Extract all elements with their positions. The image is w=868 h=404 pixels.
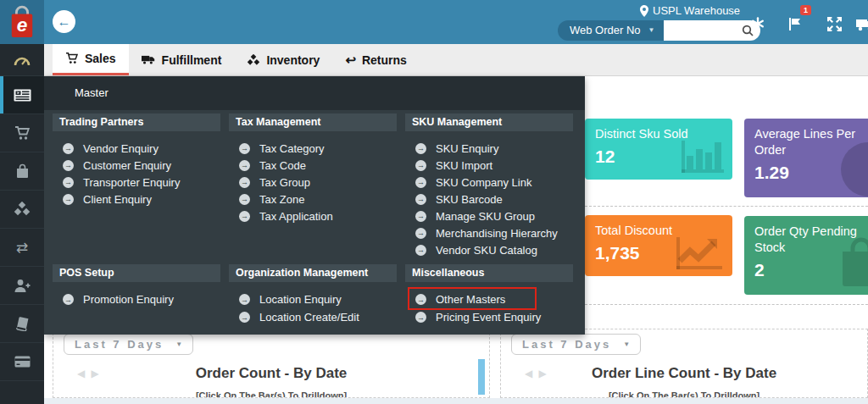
menu-item-pricing-event-enquiry[interactable]: →Pricing Event Enquiry <box>415 308 573 326</box>
section-header: Miscellaneous <box>405 264 573 282</box>
tab-inventory[interactable]: Inventory <box>234 44 332 75</box>
menu-item-tax-application[interactable]: →Tax Application <box>239 208 397 224</box>
menu-item-merchandising-hierarchy[interactable]: →Merchandising Hierarchy <box>415 224 573 241</box>
menu-item-sku-import[interactable]: →SKU Import <box>415 157 573 174</box>
sidebar-item-catalog-book[interactable] <box>0 305 44 343</box>
tab-fulfillment[interactable]: Fulfillment <box>129 44 235 75</box>
sidebar-item-inventory-cubes[interactable] <box>0 191 44 229</box>
arrow-circle-icon: → <box>415 228 426 239</box>
settings-asterisk-icon[interactable] <box>751 17 765 34</box>
kpi-value: 12 <box>595 147 722 167</box>
tab-returns[interactable]: ↩ Returns <box>332 44 419 75</box>
menu-section-organization-management: Organization Management →Location Enquir… <box>229 264 397 326</box>
search-category-dropdown[interactable]: Web Order No ▼ <box>558 20 664 41</box>
arrow-circle-icon: → <box>415 177 426 188</box>
section-header: Organization Management <box>229 264 397 282</box>
menu-item-location-create-edit[interactable]: →Location Create/Edit <box>239 308 397 326</box>
menu-title: Master <box>44 76 585 110</box>
caret-down-icon: ▼ <box>175 340 182 348</box>
tab-label: Fulfillment <box>162 53 222 67</box>
menu-item-label: SKU Company Link <box>436 176 531 189</box>
left-sidebar-nav: ⇄ <box>0 44 44 404</box>
tab-sales[interactable]: Sales <box>53 44 129 75</box>
menu-item-sku-company-link[interactable]: →SKU Company Link <box>415 174 573 191</box>
sidebar-item-sales-cart[interactable] <box>0 114 44 152</box>
menu-item-sku-enquiry[interactable]: →SKU Enquiry <box>415 140 573 157</box>
cubes-icon <box>14 202 31 217</box>
menu-item-label: Location Create/Edit <box>259 311 359 324</box>
section-header: POS Setup <box>53 264 220 282</box>
sidebar-item-transfers[interactable]: ⇄ <box>0 229 44 267</box>
menu-section-sku-management: SKU Management →SKU Enquiry →SKU Import … <box>405 113 573 258</box>
kpi-title: Order Qty Pending Stock <box>754 224 868 256</box>
date-range-label: Last 7 Days <box>75 338 164 351</box>
warehouse-location[interactable]: USPL Warehouse <box>640 4 740 17</box>
sidebar-item-orders-list[interactable] <box>0 76 44 114</box>
arrow-circle-icon: → <box>239 160 250 171</box>
fullscreen-expand-icon[interactable] <box>827 17 842 35</box>
chart-subtitle: [Click On The Bar(s) To Drilldown] <box>53 390 489 398</box>
menu-item-sku-barcode[interactable]: →SKU Barcode <box>415 191 573 208</box>
search-input[interactable] <box>670 22 740 39</box>
section-header: Tax Management <box>229 113 397 131</box>
arrow-circle-icon: → <box>239 211 250 222</box>
kpi-value: 1.29 <box>754 163 868 183</box>
search-box <box>664 20 760 41</box>
back-arrow-icon: ← <box>58 14 71 29</box>
user-plus-icon <box>14 279 31 293</box>
sidebar-item-dashboard[interactable] <box>0 44 44 76</box>
menu-item-vendor-enquiry[interactable]: →Vendor Enquiry <box>63 140 220 157</box>
menu-item-label: Manage SKU Group <box>436 210 535 223</box>
exchange-arrows-icon: ⇄ <box>16 241 28 255</box>
arrow-circle-icon: → <box>63 294 74 305</box>
arrow-circle-icon: → <box>415 245 426 256</box>
menu-item-label: Tax Group <box>259 176 310 189</box>
menu-item-promotion-enquiry[interactable]: →Promotion Enquiry <box>63 291 220 308</box>
menu-item-manage-sku-group[interactable]: →Manage SKU Group <box>415 208 573 224</box>
orders-list-icon <box>14 89 31 102</box>
menu-item-tax-code[interactable]: →Tax Code <box>239 157 397 174</box>
flag-notifications-icon[interactable] <box>788 17 802 35</box>
tab-label: Inventory <box>266 53 320 67</box>
sidebar-item-add-customer[interactable] <box>0 267 44 305</box>
arrow-circle-icon: → <box>63 143 74 154</box>
notification-badge: 1 <box>800 5 811 15</box>
kpi-card-distinct-sku-sold[interactable]: Distinct Sku Sold 12 <box>585 119 732 180</box>
menu-item-tax-category[interactable]: →Tax Category <box>239 140 397 157</box>
app-logo[interactable]: e <box>0 0 44 44</box>
menu-item-client-enquiry[interactable]: →Client Enquiry <box>63 191 220 208</box>
back-button[interactable]: ← <box>53 10 75 33</box>
date-range-dropdown[interactable]: Last 7 Days ▼ <box>511 334 641 355</box>
credit-card-icon <box>14 356 31 368</box>
menu-item-tax-zone[interactable]: →Tax Zone <box>239 191 397 208</box>
dashed-separator <box>585 304 868 305</box>
menu-item-other-masters[interactable]: →Other Masters <box>415 291 573 308</box>
kpi-card-average-lines-per-order[interactable]: Average Lines Per Order 1.29 <box>744 119 868 197</box>
menu-item-location-enquiry[interactable]: →Location Enquiry <box>239 291 397 308</box>
chart-scrollbar[interactable] <box>478 359 485 395</box>
menu-item-label: SKU Barcode <box>436 193 503 206</box>
warehouse-location-label: USPL Warehouse <box>653 4 740 17</box>
cart-icon <box>14 126 31 141</box>
menu-item-label: Tax Code <box>259 159 306 172</box>
truck-shipping-icon[interactable] <box>856 17 868 35</box>
sidebar-item-purchases-bag[interactable] <box>0 152 44 191</box>
kpi-card-total-discount[interactable]: Total Discount 1,735 <box>585 215 732 276</box>
sidebar-item-payments-card[interactable] <box>0 343 44 381</box>
menu-item-vendor-sku-catalog[interactable]: →Vendor SKU Catalog <box>415 241 573 258</box>
caret-down-icon: ▼ <box>648 20 655 41</box>
menu-item-label: Location Enquiry <box>259 293 342 306</box>
menu-item-customer-enquiry[interactable]: →Customer Enquiry <box>63 157 220 174</box>
date-range-dropdown[interactable]: Last 7 Days ▼ <box>64 334 193 355</box>
book-icon <box>15 317 30 331</box>
chart-subtitle: [Click On The Bar(s) To Drilldown] <box>501 390 867 398</box>
menu-item-label: Tax Zone <box>259 193 304 206</box>
bag-icon <box>15 163 30 179</box>
menu-item-label: Vendor SKU Catalog <box>436 244 537 257</box>
menu-item-label: Promotion Enquiry <box>83 293 174 306</box>
menu-item-tax-group[interactable]: →Tax Group <box>239 174 397 191</box>
menu-item-transporter-enquiry[interactable]: →Transporter Enquiry <box>63 174 220 191</box>
section-header: Trading Partners <box>53 113 220 131</box>
kpi-card-order-qty-pending-stock[interactable]: Order Qty Pending Stock 2 <box>744 216 868 295</box>
arrow-circle-icon: → <box>63 177 74 188</box>
